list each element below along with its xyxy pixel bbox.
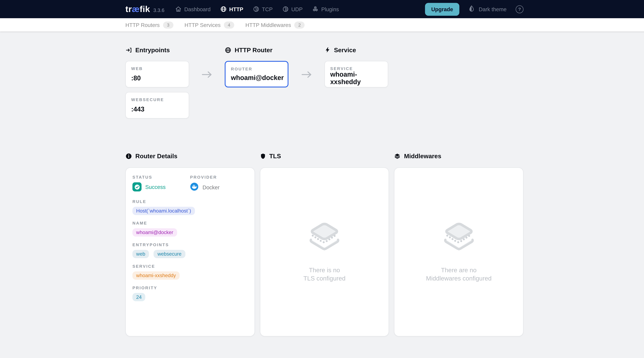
flow-arrow-2 — [288, 61, 324, 118]
router-detail-page: Entrypoints HTTP Router Service — [126, 32, 524, 358]
top-navbar: træfik 3.3.6 Dashboard HTTP — [0, 0, 644, 18]
status-value: Success — [145, 184, 166, 190]
router-details-col: Router Details STATUS Succe — [126, 152, 255, 336]
router-card: ROUTER whoami@docker — [225, 61, 288, 87]
service-card-col: SERVICE whoami-xxsheddy — [324, 61, 388, 118]
entrypoint-cards: WEB :80 WEBSECURE :443 — [126, 61, 189, 118]
tls-title: TLS — [260, 152, 389, 159]
tab-http-services[interactable]: HTTP Services 4 — [184, 21, 234, 28]
entrypoints-block: ENTRYPOINTS web websecure — [132, 242, 248, 258]
shield-icon — [260, 153, 266, 159]
middlewares-count-badge: 2 — [294, 21, 304, 28]
flow-ball-icon — [282, 6, 289, 12]
docker-icon — [190, 182, 199, 193]
service-card: SERVICE whoami-xxsheddy — [324, 61, 388, 87]
nav-item-http[interactable]: HTTP — [220, 6, 243, 12]
traefik-dashboard: træfik 3.3.6 Dashboard HTTP — [0, 0, 644, 358]
bolt-icon — [324, 47, 331, 53]
tab-http-middlewares[interactable]: HTTP Middlewares 2 — [245, 21, 304, 28]
router-details-title: Router Details — [126, 152, 255, 159]
info-icon — [126, 153, 132, 159]
flow-ball-icon — [253, 6, 260, 12]
globe-icon — [220, 6, 227, 12]
stacked-layers-icon — [440, 221, 478, 257]
middlewares-panel: There are no Middlewares configured — [394, 167, 524, 336]
success-check-icon — [132, 182, 142, 192]
routers-count-badge: 3 — [163, 21, 173, 28]
http-subnav: HTTP Routers 3 HTTP Services 4 HTTP Midd… — [0, 18, 644, 32]
http-router-section-title: HTTP Router — [225, 46, 288, 54]
nav-item-dashboard[interactable]: Dashboard — [175, 6, 210, 12]
traefik-logo[interactable]: træfik 3.3.6 — [126, 4, 164, 14]
tls-empty-message: There is no TLS configured — [304, 266, 346, 283]
version-label: 3.3.6 — [154, 8, 164, 13]
stacked-layers-icon — [306, 221, 344, 257]
router-card-col: ROUTER whoami@docker — [225, 61, 288, 118]
tls-panel: There is no TLS configured — [260, 167, 389, 336]
theme-toggle-label: Dark theme — [479, 6, 506, 12]
flow-arrow-1 — [189, 61, 225, 118]
logo-text: træfik — [126, 4, 150, 14]
details-section: Router Details STATUS Succe — [126, 152, 524, 358]
nav-item-udp[interactable]: UDP — [282, 6, 303, 12]
nav-item-tcp[interactable]: TCP — [253, 6, 273, 12]
help-icon[interactable]: ? — [516, 5, 524, 13]
entrypoints-section-title: Entrypoints — [126, 46, 189, 54]
globe-icon — [225, 47, 231, 53]
rule-badge: Host(`whoami.localhost`) — [132, 207, 195, 215]
middlewares-col: Middlewares — [394, 152, 524, 336]
arrow-right-icon — [202, 70, 212, 79]
middlewares-title: Middlewares — [394, 152, 524, 159]
droplet-contrast-icon — [468, 5, 475, 13]
nav-item-plugins[interactable]: Plugins — [312, 6, 339, 12]
layers-icon — [394, 153, 401, 159]
router-details-panel: STATUS Success PROVIDER — [126, 167, 255, 336]
middlewares-empty-message: There are no Middlewares configured — [426, 266, 492, 283]
status-block: STATUS Success — [132, 175, 190, 193]
entrypoint-badge-web: web — [132, 250, 149, 258]
tab-http-routers[interactable]: HTTP Routers 3 — [126, 21, 173, 28]
cubes-icon — [312, 6, 319, 12]
main-nav: Dashboard HTTP TCP — [175, 6, 348, 12]
entrypoint-card-web: WEB :80 — [126, 61, 189, 87]
entrypoint-card-websecure: WEBSECURE :443 — [126, 92, 189, 118]
service-block: SERVICE whoami-xxsheddy — [132, 264, 248, 280]
entrypoint-badge-websecure: websecure — [154, 250, 185, 258]
services-count-badge: 4 — [224, 21, 234, 28]
priority-badge: 24 — [132, 293, 146, 301]
name-block: NAME whoami@docker — [132, 221, 248, 237]
routing-flow: Entrypoints HTTP Router Service — [126, 46, 524, 118]
tls-col: TLS — [260, 152, 389, 336]
provider-block: PROVIDER Docker — [190, 175, 248, 193]
upgrade-button[interactable]: Upgrade — [425, 3, 459, 16]
login-arrow-icon — [126, 47, 132, 53]
arrow-right-icon — [301, 70, 312, 79]
rule-block: RULE Host(`whoami.localhost`) — [132, 199, 248, 215]
service-badge: whoami-xxsheddy — [132, 271, 180, 280]
priority-block: PRIORITY 24 — [132, 285, 248, 301]
provider-value: Docker — [202, 185, 220, 191]
router-name-badge: whoami@docker — [132, 228, 177, 237]
home-icon — [175, 6, 182, 12]
service-section-title: Service — [324, 46, 388, 54]
theme-toggle[interactable]: Dark theme — [468, 5, 506, 13]
